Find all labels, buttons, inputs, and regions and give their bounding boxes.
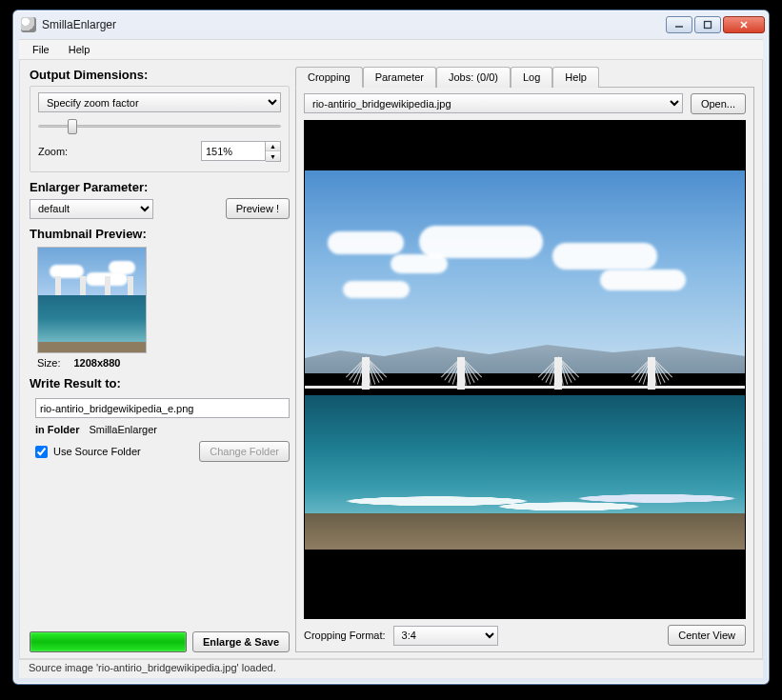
cropping-format-label: Cropping Format: xyxy=(304,630,386,641)
use-source-folder-label: Use Source Folder xyxy=(53,446,141,457)
thumbnail-heading: Thumbnail Preview: xyxy=(30,227,290,241)
left-panel: Output Dimensions: Specify zoom factor Z… xyxy=(20,60,293,658)
window: SmillaEnlarger File Help Output Dimensio… xyxy=(12,10,770,685)
menu-file[interactable]: File xyxy=(25,42,57,57)
center-view-button[interactable]: Center View xyxy=(668,625,746,646)
tab-parameter[interactable]: Parameter xyxy=(363,67,436,88)
write-result-heading: Write Result to: xyxy=(30,376,290,390)
tab-cropping[interactable]: Cropping xyxy=(295,67,363,88)
menu-help[interactable]: Help xyxy=(61,42,98,57)
zoom-spinner[interactable]: ▲▼ xyxy=(266,141,281,162)
svg-rect-1 xyxy=(705,22,712,29)
open-button[interactable]: Open... xyxy=(691,93,746,114)
size-label: Size: xyxy=(37,357,60,369)
enlarger-parameter-heading: Enlarger Parameter: xyxy=(30,180,290,194)
folder-name: SmillaEnlarger xyxy=(89,424,157,435)
output-mode-select[interactable]: Specify zoom factor xyxy=(38,92,281,112)
tab-log[interactable]: Log xyxy=(511,67,552,88)
in-folder-label: in Folder xyxy=(35,424,79,435)
thumbnail-preview xyxy=(37,247,147,353)
right-panel: Cropping Parameter Jobs: (0/0) Log Help … xyxy=(293,60,762,658)
zoom-slider[interactable] xyxy=(38,116,281,135)
enlarge-save-button[interactable]: Enlarge & Save xyxy=(192,631,290,652)
output-dimensions-heading: Output Dimensions: xyxy=(30,68,290,82)
image-preview[interactable] xyxy=(304,120,746,619)
minimize-button[interactable] xyxy=(666,16,692,33)
zoom-input[interactable] xyxy=(201,141,266,161)
close-button[interactable] xyxy=(723,16,765,33)
change-folder-button[interactable]: Change Folder xyxy=(199,441,290,462)
status-bar: Source image 'rio-antirio_bridgewikipedi… xyxy=(19,659,763,678)
menubar: File Help xyxy=(19,39,763,60)
progress-bar xyxy=(30,631,187,652)
image-select[interactable]: rio-antirio_bridgewikipedia.jpg xyxy=(304,93,683,113)
tab-jobs[interactable]: Jobs: (0/0) xyxy=(436,67,511,88)
window-title: SmillaEnlarger xyxy=(42,18,666,31)
maximize-button[interactable] xyxy=(694,16,721,33)
app-icon xyxy=(21,17,36,32)
size-value: 1208x880 xyxy=(73,357,120,369)
parameter-select[interactable]: default xyxy=(30,199,153,219)
tab-bar: Cropping Parameter Jobs: (0/0) Log Help xyxy=(295,66,754,87)
preview-button[interactable]: Preview ! xyxy=(226,198,290,219)
tab-panel-cropping: rio-antirio_bridgewikipedia.jpg Open... xyxy=(295,87,754,652)
output-filename-input[interactable] xyxy=(35,398,290,418)
cropping-format-select[interactable]: 3:4 xyxy=(393,626,498,646)
zoom-label: Zoom: xyxy=(38,146,68,157)
use-source-folder-checkbox[interactable] xyxy=(35,446,48,458)
titlebar: SmillaEnlarger xyxy=(13,10,769,39)
tab-help[interactable]: Help xyxy=(552,67,599,88)
output-dimensions-group: Specify zoom factor Zoom: ▲▼ xyxy=(30,86,290,172)
